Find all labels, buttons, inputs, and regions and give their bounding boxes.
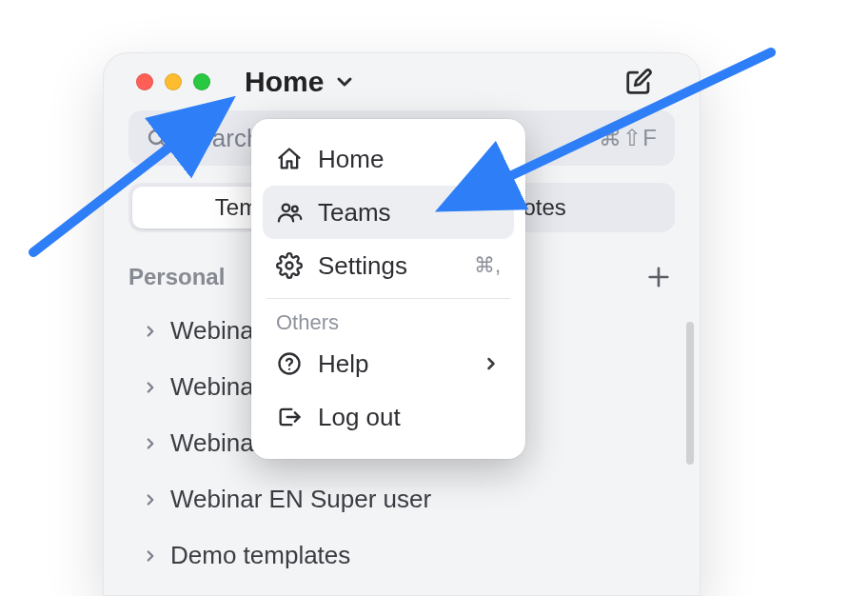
svg-line-10 [33,108,221,252]
svg-line-11 [452,52,771,204]
annotation-arrow [0,0,868,596]
